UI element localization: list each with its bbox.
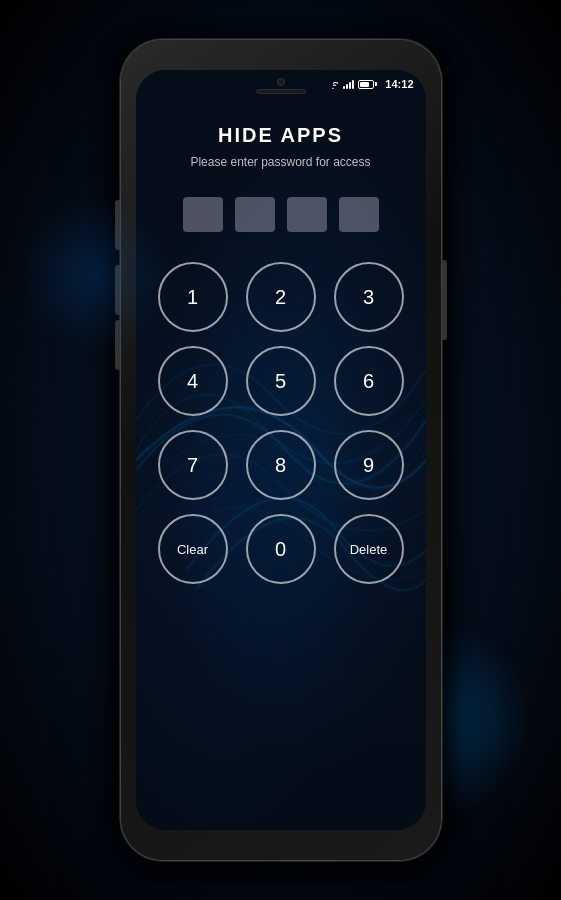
numpad-button-delete[interactable]: Delete [334, 514, 404, 584]
password-slot-2 [235, 197, 275, 232]
numpad-button-7[interactable]: 7 [158, 430, 228, 500]
phone-frame: 14:12 HIDE APPS Please enter password fo… [121, 40, 441, 860]
password-input-display [183, 197, 379, 232]
signal-bars [343, 79, 354, 89]
numpad-button-4[interactable]: 4 [158, 346, 228, 416]
speaker-bar [256, 89, 306, 94]
numpad: 1 2 3 4 5 6 7 8 9 Clear 0 Delete [136, 262, 426, 584]
numpad-button-8[interactable]: 8 [246, 430, 316, 500]
numpad-button-1[interactable]: 1 [158, 262, 228, 332]
app-subtitle: Please enter password for access [190, 155, 370, 169]
numpad-button-6[interactable]: 6 [334, 346, 404, 416]
password-slot-1 [183, 197, 223, 232]
screen-content: HIDE APPS Please enter password for acce… [136, 94, 426, 830]
app-title: HIDE APPS [218, 124, 343, 147]
phone-screen: 14:12 HIDE APPS Please enter password fo… [136, 70, 426, 830]
numpad-button-0[interactable]: 0 [246, 514, 316, 584]
wifi-icon [327, 79, 339, 89]
password-slot-3 [287, 197, 327, 232]
numpad-button-5[interactable]: 5 [246, 346, 316, 416]
password-slot-4 [339, 197, 379, 232]
status-time: 14:12 [385, 78, 413, 90]
numpad-button-9[interactable]: 9 [334, 430, 404, 500]
camera-area [256, 78, 306, 94]
numpad-button-2[interactable]: 2 [246, 262, 316, 332]
numpad-button-clear[interactable]: Clear [158, 514, 228, 584]
camera-dot [277, 78, 285, 86]
numpad-button-3[interactable]: 3 [334, 262, 404, 332]
battery-icon [358, 80, 377, 89]
